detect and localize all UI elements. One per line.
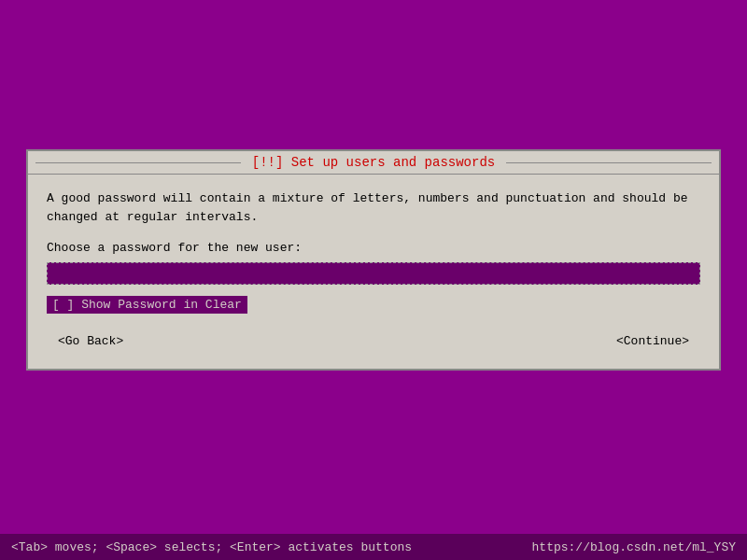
statusbar-right-text: https://blog.csdn.net/ml_YSY [532,540,736,554]
prompt-label: Choose a password for the new user: [47,241,700,255]
title-line-right [506,162,712,163]
statusbar: <Tab> moves; <Space> selects; <Enter> ac… [0,534,747,560]
dialog-body: A good password will contain a mixture o… [28,175,719,369]
dialog-title: [!!] Set up users and passwords [248,155,499,170]
buttons-row: <Go Back> <Continue> [47,329,700,354]
password-input[interactable] [51,267,696,281]
description-text: A good password will contain a mixture o… [47,189,700,226]
continue-button[interactable]: <Continue> [613,332,693,350]
dialog-titlebar: [!!] Set up users and passwords [28,151,719,175]
password-input-container[interactable] [47,262,700,285]
title-line-left [35,162,241,163]
statusbar-left-text: <Tab> moves; <Space> selects; <Enter> ac… [11,540,412,554]
description-line2: changed at regular intervals. [47,210,258,224]
setup-dialog: [!!] Set up users and passwords A good p… [26,149,721,371]
checkbox-label: [ ] Show Password in Clear [52,298,242,312]
go-back-button[interactable]: <Go Back> [54,332,127,350]
show-password-checkbox[interactable]: [ ] Show Password in Clear [47,296,247,314]
description-line1: A good password will contain a mixture o… [47,191,688,205]
